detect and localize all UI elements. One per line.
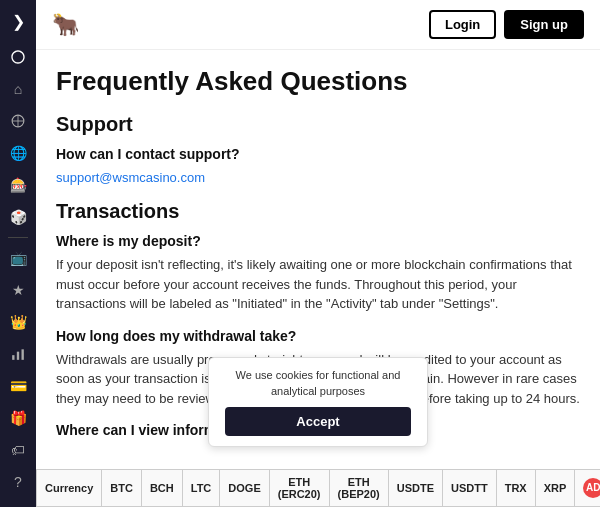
support-question-1: How can I contact support?: [56, 146, 580, 162]
main-content: 🐂 Login Sign up Frequently Asked Questio…: [36, 0, 600, 507]
sidebar-item-live[interactable]: 📺: [4, 244, 32, 272]
sidebar-item-games[interactable]: 🎲: [4, 203, 32, 231]
sidebar-item-star[interactable]: ★: [4, 276, 32, 304]
support-section-title: Support: [56, 113, 580, 136]
table-header-ltc: LTC: [182, 470, 220, 507]
logo: 🐂: [52, 12, 79, 38]
svg-rect-3: [22, 349, 24, 360]
page-title: Frequently Asked Questions: [56, 66, 580, 97]
table-header-eth-bep20: ETH(BEP20): [329, 470, 388, 507]
table-header-doge: DOGE: [220, 470, 269, 507]
header: 🐂 Login Sign up: [36, 0, 600, 50]
table-header-btc: BTC: [102, 470, 142, 507]
deposit-answer: If your deposit isn't reflecting, it's l…: [56, 255, 580, 314]
deposit-question: Where is my deposit?: [56, 233, 580, 249]
sidebar-divider-1: [8, 237, 28, 238]
signup-button[interactable]: Sign up: [504, 10, 584, 39]
sidebar: ❯ ⌂ 🌐 🎰 🎲 📺 ★ 👑 💳 🎁 🏷 ?: [0, 0, 36, 507]
table-header-bch: BCH: [141, 470, 182, 507]
cookie-banner: We use cookies for functional and analyt…: [208, 357, 428, 447]
login-button[interactable]: Login: [429, 10, 496, 39]
support-email-link[interactable]: support@wsmcasino.com: [56, 170, 205, 185]
table-header-usdtt: USDTT: [443, 470, 497, 507]
transactions-section-title: Transactions: [56, 200, 580, 223]
svg-rect-1: [12, 355, 14, 360]
table-header-currency: Currency: [37, 470, 102, 507]
header-buttons: Login Sign up: [429, 10, 584, 39]
sidebar-collapse-button[interactable]: ❯: [8, 8, 29, 35]
cookie-text: We use cookies for functional and analyt…: [225, 368, 411, 399]
sidebar-item-chart[interactable]: [4, 340, 32, 368]
withdrawal-question: How long does my withdrawal take?: [56, 328, 580, 344]
sidebar-item-sports[interactable]: [4, 107, 32, 135]
sidebar-item-gift[interactable]: 🎁: [4, 404, 32, 432]
sidebar-item-globe[interactable]: 🌐: [4, 139, 32, 167]
table-header-ad: AD: [575, 470, 600, 507]
table-header-xrp: XRP: [535, 470, 575, 507]
table-header-usdte: USDTE: [388, 470, 442, 507]
sidebar-item-casino[interactable]: 🎰: [4, 171, 32, 199]
svg-rect-2: [17, 352, 19, 360]
sidebar-item-wallet[interactable]: 💳: [4, 372, 32, 400]
table-header-eth-erc20: ETH(ERC20): [269, 470, 329, 507]
sidebar-item-promotions[interactable]: 🏷: [4, 436, 32, 464]
currency-table-container: Currency BTC BCH LTC DOGE ETH(ERC20) ETH…: [36, 469, 600, 507]
sidebar-item-logo[interactable]: [4, 43, 32, 71]
currency-table: Currency BTC BCH LTC DOGE ETH(ERC20) ETH…: [36, 469, 600, 507]
table-header-trx: TRX: [496, 470, 535, 507]
sidebar-item-help[interactable]: ?: [4, 468, 32, 496]
cookie-accept-button[interactable]: Accept: [225, 407, 411, 436]
logo-bull-icon: 🐂: [52, 12, 79, 38]
sidebar-item-vip[interactable]: 👑: [4, 308, 32, 336]
sidebar-item-home[interactable]: ⌂: [4, 75, 32, 103]
